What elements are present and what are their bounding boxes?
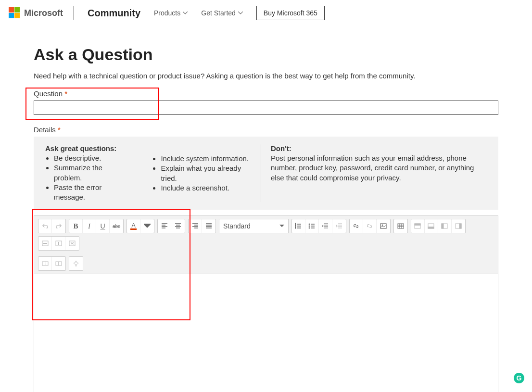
caret-down-icon	[279, 224, 284, 228]
site-header: Microsoft Community Products Get Started…	[0, 0, 532, 26]
redo-icon	[55, 223, 62, 229]
underline-icon: U	[100, 222, 105, 230]
pin-button[interactable]	[69, 257, 83, 270]
format-select[interactable]: Standard	[219, 219, 289, 233]
question-input[interactable]	[34, 101, 498, 115]
nav-get-started[interactable]: Get Started	[201, 9, 243, 17]
text-color-dropdown[interactable]	[140, 219, 154, 233]
italic-icon: I	[88, 222, 90, 230]
table-delete-col-icon	[55, 240, 62, 247]
align-justify-button[interactable]	[202, 219, 215, 233]
hint-item: Explain what you already tried.	[161, 164, 251, 183]
outdent-button[interactable]	[319, 219, 332, 233]
bold-icon: B	[73, 222, 78, 230]
svg-rect-8	[398, 224, 404, 228]
table-col-icon	[455, 223, 462, 229]
table-row-icon	[414, 223, 421, 229]
insert-col-before-button[interactable]	[438, 219, 452, 233]
split-cell-icon	[55, 260, 62, 267]
table-delete-icon	[69, 240, 76, 247]
align-center-icon	[175, 223, 181, 229]
rich-text-editor: B I U abc A Standard	[34, 215, 498, 392]
main-content: Ask a Question Need help with a technica…	[0, 26, 532, 392]
editor-toolbar: B I U abc A Standard	[34, 216, 498, 274]
merge-cells-button[interactable]	[38, 257, 52, 270]
svg-point-7	[382, 225, 383, 226]
unlink-icon	[366, 223, 373, 229]
align-right-button[interactable]	[189, 219, 202, 233]
ordered-list-icon: 123	[295, 223, 302, 229]
split-cell-button[interactable]	[52, 257, 65, 270]
align-center-button[interactable]	[171, 219, 185, 233]
hint-item: Paste the error message.	[54, 183, 128, 202]
chevron-down-icon	[183, 12, 188, 14]
strike-button[interactable]: abc	[110, 219, 123, 233]
link-button[interactable]	[350, 219, 363, 233]
nav-get-started-label: Get Started	[201, 9, 236, 17]
indent-button[interactable]	[332, 219, 346, 233]
chevron-down-icon	[238, 12, 243, 14]
svg-rect-14	[442, 224, 443, 228]
merge-cells-icon	[42, 260, 49, 267]
italic-button[interactable]: I	[83, 219, 96, 233]
insert-row-after-button[interactable]	[425, 219, 438, 233]
grammarly-badge[interactable]: G	[514, 373, 524, 383]
unordered-list-button[interactable]	[305, 219, 319, 233]
link-icon	[353, 223, 359, 229]
align-justify-icon	[205, 223, 212, 229]
hint-item: Be descriptive.	[54, 153, 128, 163]
image-button[interactable]	[377, 219, 390, 233]
unlink-button[interactable]	[363, 219, 377, 233]
page-title: Ask a Question	[34, 45, 498, 64]
hints-right-text: Post personal information such as your e…	[271, 153, 487, 183]
caret-down-icon	[144, 223, 151, 229]
table-row-icon	[428, 223, 434, 229]
hint-item: Include system information.	[161, 154, 251, 164]
question-label: Question *	[34, 89, 498, 98]
undo-button[interactable]	[38, 219, 52, 233]
nav-products[interactable]: Products	[154, 9, 188, 17]
svg-rect-16	[459, 224, 461, 228]
hint-item: Summarize the problem.	[54, 163, 128, 183]
align-left-icon	[161, 223, 168, 229]
svg-point-3	[309, 224, 310, 225]
redo-button[interactable]	[52, 219, 65, 233]
ordered-list-button[interactable]: 123	[292, 219, 305, 233]
insert-row-before-button[interactable]	[411, 219, 425, 233]
svg-point-4	[309, 226, 310, 227]
buy-microsoft-365-button[interactable]: Buy Microsoft 365	[256, 6, 325, 20]
nav-products-label: Products	[154, 9, 180, 17]
hints-left-title: Ask great questions:	[45, 144, 128, 152]
align-right-icon	[192, 223, 199, 229]
brand-text[interactable]: Microsoft	[24, 8, 63, 18]
indent-icon	[336, 223, 342, 229]
undo-icon	[42, 223, 49, 229]
table-icon	[397, 223, 404, 229]
details-label: Details *	[34, 126, 498, 134]
delete-table-button[interactable]	[65, 237, 79, 250]
divider	[74, 6, 74, 20]
table-col-icon	[441, 223, 448, 229]
format-select-value: Standard	[223, 222, 251, 230]
align-left-button[interactable]	[158, 219, 171, 233]
insert-col-after-button[interactable]	[452, 219, 465, 233]
underline-button[interactable]: U	[96, 219, 110, 233]
text-color-button[interactable]: A	[127, 219, 140, 233]
table-button[interactable]	[394, 219, 407, 233]
bold-button[interactable]: B	[69, 219, 83, 233]
outdent-icon	[322, 223, 329, 229]
editor-body[interactable]	[34, 274, 498, 392]
strike-icon: abc	[113, 224, 120, 229]
hints-right-title: Don't:	[271, 144, 487, 152]
text-color-icon: A	[130, 222, 137, 230]
svg-rect-10	[415, 224, 420, 225]
pin-icon	[73, 260, 79, 267]
delete-col-button[interactable]	[52, 237, 65, 250]
site-name[interactable]: Community	[88, 8, 140, 19]
page-subtitle: Need help with a technical question or p…	[34, 72, 498, 80]
svg-rect-12	[428, 227, 434, 228]
delete-row-button[interactable]	[38, 237, 52, 250]
table-delete-row-icon	[42, 240, 49, 247]
svg-point-5	[309, 228, 310, 228]
hint-item: Include a screenshot.	[161, 183, 251, 193]
